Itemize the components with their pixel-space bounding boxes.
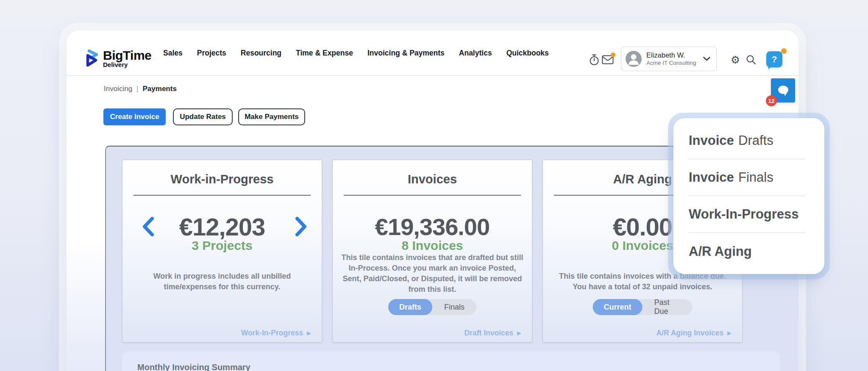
invoices-toggle-finals[interactable]: Finals	[432, 303, 476, 312]
ar-toggle-past-due[interactable]: Past Due	[643, 298, 693, 316]
chat-bubble-icon	[776, 84, 790, 97]
wip-amount: €12,203	[122, 214, 322, 240]
mail-notification-dot	[611, 53, 615, 57]
invoices-toggle-drafts[interactable]: Drafts	[388, 299, 432, 315]
user-company: Acme IT Consulting	[646, 59, 703, 66]
breadcrumb-payments: Payments	[143, 85, 177, 93]
chat-widget-button[interactable]: 12	[771, 78, 795, 102]
invoices-toggle: Drafts Finals	[388, 299, 476, 315]
wip-description: Work in progress includes all unbilled t…	[122, 271, 322, 292]
search-icon[interactable]	[746, 54, 757, 65]
nav-time-expense[interactable]: Time & Expense	[296, 49, 353, 58]
menu-item-work-in-progress[interactable]: Work-In-Progress	[689, 196, 805, 233]
monthly-summary-panel: Monthly Invoicing Summary	[122, 352, 780, 371]
brand-name: BigTime	[103, 50, 151, 61]
create-invoice-button[interactable]: Create Invoice	[103, 108, 166, 125]
nav-invoicing-payments[interactable]: Invoicing & Payments	[367, 49, 445, 58]
breadcrumb-invoicing[interactable]: Invoicing	[104, 85, 132, 93]
invoices-card: Invoices €19,336.00 8 Invoices This tile…	[332, 160, 532, 343]
bigtime-logo-icon	[84, 49, 100, 69]
user-name: Elizabeth W.	[646, 51, 703, 59]
ar-toggle-current[interactable]: Current	[593, 299, 643, 315]
nav-resourcing[interactable]: Resourcing	[241, 49, 281, 58]
user-menu[interactable]: Elizabeth W. Acme IT Consulting	[621, 47, 717, 71]
menu-item-ar-aging[interactable]: A/R Aging	[689, 233, 805, 270]
nav-analytics[interactable]: Analytics	[459, 49, 492, 58]
wip-card-title: Work-in-Progress	[122, 172, 322, 186]
invoices-count: 8 Invoices	[333, 237, 532, 254]
wip-link[interactable]: Work-In-Progress▸	[241, 329, 311, 338]
help-notification-dot	[781, 48, 787, 54]
link-arrow-icon: ▸	[727, 329, 731, 338]
breadcrumb: Invoicing | Payments	[104, 85, 177, 93]
breadcrumb-separator: |	[136, 85, 138, 93]
link-arrow-icon: ▸	[517, 329, 521, 338]
link-arrow-icon: ▸	[307, 329, 311, 338]
avatar	[626, 51, 642, 67]
help-icon[interactable]: ?	[766, 51, 782, 67]
make-payments-button[interactable]: Make Payments	[238, 108, 305, 125]
nav-projects[interactable]: Projects	[197, 49, 226, 58]
update-rates-button[interactable]: Update Rates	[173, 108, 233, 125]
mail-icon[interactable]	[601, 55, 614, 65]
invoices-card-title: Invoices	[333, 172, 532, 186]
draft-invoices-link[interactable]: Draft Invoices▸	[464, 329, 521, 338]
wip-card: Work-in-Progress €12,203 3 Projects Work…	[122, 160, 322, 343]
menu-item-invoice-drafts[interactable]: Invoice Drafts	[689, 122, 805, 159]
help-menu: Invoice Drafts Invoice Finals Work-In-Pr…	[673, 118, 824, 274]
gear-icon[interactable]: ⚙	[729, 53, 742, 66]
header-divider	[67, 75, 798, 76]
screen: BigTime Delivery Sales Projects Resourci…	[0, 0, 868, 371]
chat-unread-badge: 12	[766, 95, 777, 106]
wip-project-count: 3 Projects	[122, 237, 322, 254]
nav-quickbooks[interactable]: Quickbooks	[506, 49, 549, 58]
nav-sales[interactable]: Sales	[163, 49, 183, 58]
main-nav: Sales Projects Resourcing Time & Expense…	[163, 30, 549, 75]
menu-item-invoice-finals[interactable]: Invoice Finals	[689, 159, 805, 196]
invoices-description: This tile contains invoices that are dra…	[333, 252, 532, 295]
timer-icon[interactable]	[588, 53, 600, 66]
brand-sub: Delivery	[103, 61, 151, 68]
chevron-down-icon	[703, 57, 710, 61]
brand-logo[interactable]: BigTime Delivery	[84, 49, 151, 69]
ar-aging-invoices-link[interactable]: A/R Aging Invoices▸	[656, 329, 731, 338]
invoices-amount: €19,336.00	[333, 214, 532, 240]
monthly-summary-title: Monthly Invoicing Summary	[137, 363, 780, 371]
ar-aging-toggle: Current Past Due	[593, 299, 693, 315]
